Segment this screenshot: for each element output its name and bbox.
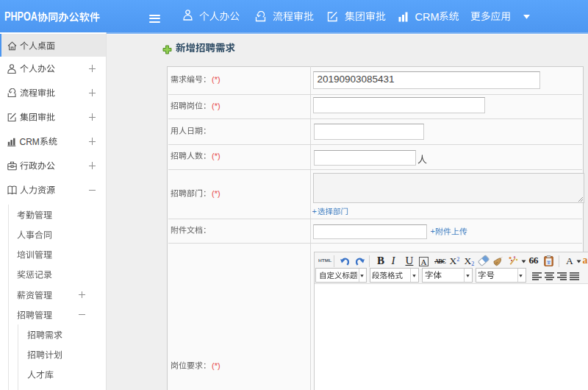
- svg-text:T: T: [548, 259, 551, 265]
